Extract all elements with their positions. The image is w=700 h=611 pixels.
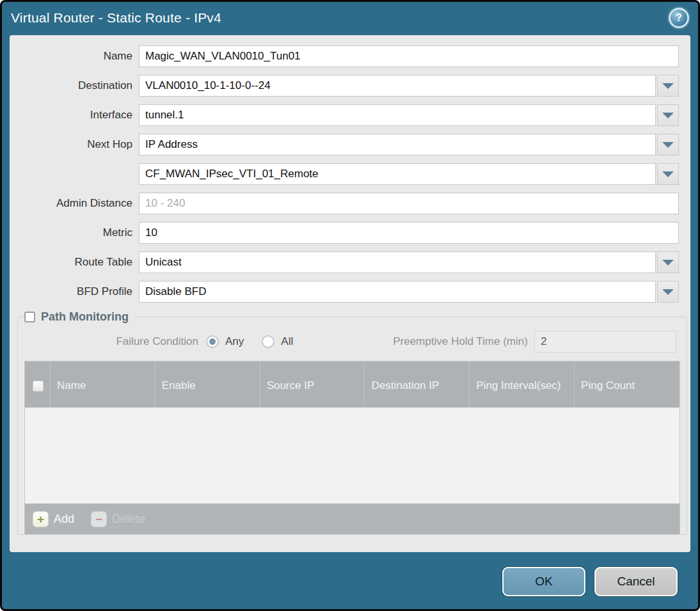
select-all-checkbox[interactable] — [33, 381, 44, 392]
metric-input[interactable] — [139, 222, 679, 244]
preemptive-hold-time-input[interactable] — [534, 331, 676, 353]
next-hop-field-wrap — [139, 134, 679, 155]
column-header-source-ip[interactable]: Source IP — [260, 361, 365, 408]
table-body-empty — [25, 408, 680, 504]
chevron-down-icon — [662, 83, 674, 89]
column-header-destination-ip[interactable]: Destination IP — [365, 361, 470, 408]
column-header-enable[interactable]: Enable — [155, 361, 260, 408]
metric-row: Metric — [10, 222, 679, 244]
destination-field-wrap — [139, 75, 679, 97]
destination-row: Destination — [10, 75, 679, 97]
bfd-profile-input[interactable] — [139, 281, 656, 303]
chevron-down-icon — [662, 113, 674, 118]
destination-label: Destination — [10, 79, 139, 92]
add-button[interactable]: + Add — [33, 511, 74, 527]
column-header-ping-count[interactable]: Ping Count — [575, 361, 680, 408]
failure-condition-label: Failure Condition — [24, 335, 206, 348]
plus-icon: + — [33, 511, 49, 527]
delete-button[interactable]: − Delete — [91, 511, 145, 527]
bfd-profile-field-wrap — [139, 281, 679, 303]
metric-field-wrap — [139, 222, 679, 244]
path-monitoring-table: Name Enable Source IP Destination IP Pin… — [24, 361, 680, 534]
dialog-window: Virtual Router - Static Route - IPv4 ? N… — [0, 0, 700, 611]
interface-field-wrap — [139, 104, 679, 126]
interface-input[interactable] — [139, 104, 656, 126]
path-monitoring-legend: Path Monitoring — [24, 310, 134, 324]
next-hop-address-input[interactable] — [139, 163, 656, 185]
route-table-input[interactable] — [139, 251, 656, 273]
select-all-column — [25, 361, 51, 408]
radio-any-icon[interactable] — [206, 335, 219, 348]
radio-all-label: All — [281, 335, 293, 348]
title-bar: Virtual Router - Static Route - IPv4 ? — [2, 2, 698, 34]
admin-distance-input[interactable] — [139, 193, 679, 214]
name-input[interactable] — [139, 45, 679, 67]
ok-button[interactable]: OK — [502, 567, 585, 596]
failure-condition-any-option[interactable]: Any — [206, 335, 244, 348]
bfd-profile-label: BFD Profile — [10, 285, 139, 298]
metric-label: Metric — [10, 226, 139, 239]
dialog-title: Virtual Router - Static Route - IPv4 — [11, 10, 669, 26]
next-hop-type-input[interactable] — [139, 134, 656, 155]
column-header-ping-interval[interactable]: Ping Interval(sec) — [470, 361, 575, 408]
next-hop-address-field-wrap — [139, 163, 679, 185]
next-hop-address-dropdown-button[interactable] — [657, 163, 679, 185]
path-monitoring-group: Path Monitoring Failure Condition Any Al… — [17, 310, 687, 535]
destination-input[interactable] — [139, 75, 656, 97]
route-table-field-wrap — [139, 251, 679, 273]
name-row: Name — [10, 45, 679, 67]
chevron-down-icon — [662, 260, 674, 266]
next-hop-type-dropdown-button[interactable] — [657, 134, 679, 155]
chevron-down-icon — [662, 289, 674, 295]
admin-distance-field-wrap — [139, 193, 679, 214]
cancel-button[interactable]: Cancel — [594, 567, 678, 596]
path-monitoring-title: Path Monitoring — [41, 310, 129, 324]
admin-distance-label: Admin Distance — [10, 197, 139, 210]
chevron-down-icon — [662, 171, 674, 177]
help-glyph: ? — [676, 12, 682, 24]
next-hop-address-row — [10, 163, 679, 185]
interface-label: Interface — [10, 109, 139, 122]
admin-distance-row: Admin Distance — [10, 193, 679, 214]
column-header-name[interactable]: Name — [51, 361, 155, 408]
path-monitoring-checkbox[interactable] — [24, 312, 35, 322]
destination-dropdown-button[interactable] — [657, 75, 679, 97]
failure-condition-all-option[interactable]: All — [262, 335, 293, 348]
table-header-row: Name Enable Source IP Destination IP Pin… — [25, 361, 680, 408]
help-icon[interactable]: ? — [669, 8, 689, 28]
next-hop-row: Next Hop — [10, 134, 679, 155]
add-button-label: Add — [54, 512, 74, 526]
radio-all-icon[interactable] — [262, 335, 274, 348]
minus-icon: − — [91, 511, 107, 527]
table-toolbar: + Add − Delete — [25, 504, 680, 534]
dialog-body: Name Destination Interface — [10, 35, 690, 552]
name-label: Name — [10, 50, 139, 63]
bfd-profile-dropdown-button[interactable] — [657, 281, 679, 303]
bfd-profile-row: BFD Profile — [10, 281, 679, 303]
delete-button-label: Delete — [112, 512, 145, 526]
dialog-footer: OK Cancel — [2, 554, 698, 609]
next-hop-label: Next Hop — [10, 138, 139, 151]
route-table-label: Route Table — [10, 256, 139, 269]
radio-any-label: Any — [225, 335, 244, 348]
preemptive-hold-time-label: Preemptive Hold Time (min) — [393, 335, 534, 348]
path-monitoring-controls: Failure Condition Any All Preemptive Hol… — [24, 330, 676, 353]
interface-row: Interface — [10, 104, 679, 126]
name-field-wrap — [139, 45, 679, 67]
chevron-down-icon — [662, 142, 674, 148]
route-table-dropdown-button[interactable] — [657, 251, 679, 273]
interface-dropdown-button[interactable] — [657, 104, 679, 126]
route-table-row: Route Table — [10, 251, 679, 273]
